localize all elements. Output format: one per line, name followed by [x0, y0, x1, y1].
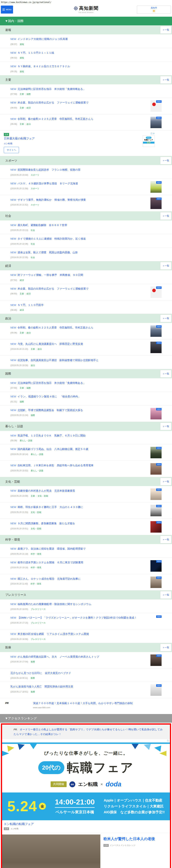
section-list-button[interactable]: ＞一覧 — [160, 26, 171, 34]
news-item-thumbnail[interactable]: NEW — [150, 325, 162, 337]
news-item-link[interactable]: NEW佐賀知事、自民議員発言は不適切 新幹線整備で韓国か北朝鮮相手と — [10, 359, 98, 362]
news-item-link[interactable]: NEW令和初、春の叙勲４２２５人受章 寺田逸郎氏、市村正親さんら — [10, 117, 93, 120]
banner-caption-link[interactable]: エン転職の転職フェア — [4, 823, 34, 826]
news-item-thumbnail[interactable]: NEW — [150, 615, 162, 627]
category-label[interactable]: 政治 — [37, 348, 42, 350]
category-label[interactable]: 主要 — [20, 332, 24, 334]
tenshoku-fair-banner-ad[interactable]: ぴったりな仕事さがしを、ご一緒に。 20代の 転職フェア 共同開催 en エン転… — [2, 743, 170, 820]
section-list-button[interactable]: ＞一覧 — [160, 644, 171, 651]
category-label[interactable]: 経済 — [20, 279, 24, 281]
category-label[interactable]: スポーツ — [31, 187, 39, 190]
category-label[interactable]: 主要 — [20, 387, 24, 389]
category-label[interactable]: 文化・芸能 — [31, 527, 41, 530]
ad-advertiser-link[interactable]: エン転職 — [4, 142, 146, 145]
news-item-link[interactable]: NEW気温予報、１２日先までＯＫ 気象庁、６月１９日に開始 — [10, 434, 86, 437]
section-list-button[interactable]: ＞一覧 — [160, 76, 171, 84]
category-label[interactable]: 国際 — [27, 387, 31, 389]
category-label[interactable]: 政治 — [31, 364, 35, 367]
news-item-thumbnail[interactable]: NEW — [150, 463, 162, 475]
news-item-link[interactable]: NEW国内最高齢ゴリラ死ぬ、仙台 八木山動物公園、推定５０歳 — [10, 447, 88, 451]
news-item-thumbnail[interactable]: NEW — [150, 521, 162, 533]
news-item-link[interactable]: NEW北朝鮮、平壌で国際商品展覧会 制裁下で貿易拡大探る — [10, 409, 83, 412]
category-label[interactable]: スポーツ — [31, 204, 39, 206]
section-list-button[interactable]: ＞一覧 — [160, 157, 171, 164]
news-item-link[interactable]: NEW東京都23区全域を網羅 リアルタイム浸水予測システム開発 — [10, 632, 89, 636]
category-label[interactable]: 文化・芸能 — [37, 495, 48, 497]
section-list-button[interactable]: ＞一覧 — [160, 478, 171, 485]
news-item-link[interactable]: NEW遺体は女医、殺人で捜査 死因は頭蓋内損傷、山形 — [10, 251, 78, 254]
category-label[interactable]: 暮らし・話題 — [31, 469, 44, 472]
news-item-link[interactable]: NEW堀江さん、ロケット成功を報告 北海道庁訪れ知事に — [10, 577, 81, 580]
category-label[interactable]: 医療 — [31, 677, 35, 679]
ad-choices-icons[interactable]: ⓘ ✕ — [151, 132, 154, 135]
news-item-link[interactable]: NEWイラン、低濃縮ウラン製造４倍に 「核合意の枠内」 — [10, 395, 81, 398]
news-item-link[interactable]: NEW与党、丸山氏けん責決議案提出へ 辞職否定に野党反発 — [10, 342, 83, 345]
ad-title-link[interactable]: 日本最大級の転職フェア — [4, 137, 146, 141]
news-item-link[interactable]: NEWがん免疫の研究拠点設置へ、京大 ノーベル賞受賞の本庶さんトップ — [10, 655, 99, 658]
category-label[interactable]: 国際 — [20, 401, 24, 403]
category-label[interactable]: 主要 — [20, 123, 24, 125]
news-item-link[interactable]: NEW９月に関西演劇祭、参加劇団募集 新たな才能を — [10, 522, 75, 525]
recommend-item[interactable]: 欧米人が驚愕した日本人の老後 広告インベストメントカレッジ — [2, 833, 170, 868]
section-list-button[interactable]: ＞一覧 — [160, 423, 171, 430]
news-item-thumbnail[interactable]: NEW — [150, 197, 162, 209]
category-label[interactable]: 国際 — [31, 414, 35, 416]
category-label[interactable]: プレスリリース — [31, 622, 46, 624]
category-label[interactable]: プレスリリース — [31, 638, 46, 641]
section-list-button[interactable]: ＞一覧 — [160, 212, 171, 220]
news-item-link[interactable]: NEW元法律顧問に証言拒否を指示 米大統領「免責特権ある」 — [10, 381, 86, 384]
news-item-thumbnail[interactable]: NEW — [150, 100, 162, 112]
menu-button[interactable]: MENU — [1, 5, 13, 13]
section-list-button[interactable]: ＞一覧 — [160, 262, 171, 270]
news-item-link[interactable]: NEW自転車活用、ＪＲ東日本を表彰 房総半島へ持ち込める専用電車 — [10, 464, 93, 467]
news-item-link[interactable]: NEW都市の浸水予測システムを開発 ６月に東京で試験運用 — [10, 561, 83, 564]
section-list-button[interactable]: ＞一覧 — [160, 370, 171, 378]
section-list-button[interactable]: ＞一覧 — [160, 591, 171, 599]
news-item-thumbnail[interactable]: NEW — [150, 117, 162, 128]
recommend-item-title[interactable]: 欧米人が驚愕した日本人の老後 — [104, 836, 155, 841]
news-item-link[interactable]: NEW屋久島町、避難勧告解除 全６６６７世帯 — [10, 224, 67, 226]
category-label[interactable]: 社会 — [31, 243, 35, 245]
news-item-thumbnail[interactable]: NEW — [150, 654, 162, 666]
category-label[interactable]: 速報 — [20, 43, 24, 45]
category-label[interactable]: 経済 — [27, 106, 31, 109]
news-item-link[interactable]: 厄介ながん見つける目印に 金沢大発見のペプチド — [10, 672, 71, 675]
category-label[interactable]: 政治 — [27, 332, 31, 334]
category-label[interactable]: 主要 — [20, 292, 24, 295]
news-item-link[interactable]: NEW将棋、羽生が最多タイ勝利に王手 大山の１４３３勝に — [10, 505, 83, 508]
category-label[interactable]: 政治 — [27, 123, 31, 125]
recommend-item-image[interactable] — [2, 835, 101, 868]
category-label[interactable]: 暮らし・話題 — [31, 453, 44, 456]
news-item-link[interactable]: NEW【DMM バヌーシー】「ラヴズオンリーユー」がオークスを勝利！クラブ創設3… — [10, 616, 137, 619]
news-item-link[interactable]: NEW福島復興のための廃棄物処理・除染技術に関するシンポジウム — [10, 602, 91, 606]
category-label[interactable]: 速報 — [20, 70, 24, 73]
news-item-thumbnail[interactable]: NEW — [150, 489, 162, 500]
news-item-link[interactable]: NEW元法律顧問に証言拒否を指示 米大統領「免責特権ある」 — [10, 88, 86, 90]
category-label[interactable]: 医療 — [31, 690, 35, 693]
news-item-thumbnail[interactable]: NEW — [150, 505, 162, 516]
news-item-link[interactable]: NEWＮＹ株終値、８４ドル安の２万５６７９ドル — [10, 65, 70, 68]
category-label[interactable]: 医療 — [31, 660, 35, 663]
ad-site-button[interactable]: サイトへ — [4, 147, 19, 153]
category-label[interactable]: 主要 — [31, 348, 35, 350]
category-label[interactable]: 文化・芸能 — [31, 511, 41, 514]
category-label[interactable]: 暮らし・話題 — [20, 439, 32, 442]
section-list-button[interactable]: ＞一覧 — [160, 536, 171, 544]
news-item-thumbnail[interactable]: NEW — [150, 286, 162, 298]
category-label[interactable]: 経済 — [20, 309, 24, 311]
news-item-thumbnail[interactable]: NEW — [150, 181, 162, 193]
category-label[interactable]: スポーツ — [31, 174, 39, 176]
news-item-thumbnail[interactable]: NEW — [150, 408, 162, 420]
news-item-link[interactable]: NEW米企業、部品の出荷停止広がる ファーウェイに禁輸措置で — [10, 287, 88, 290]
category-label[interactable]: 国際 — [27, 93, 31, 95]
news-item-thumbnail[interactable]: NEW — [150, 577, 162, 588]
news-item-link[interactable]: NEWバスケ、４９歳折茂が来季も現役 Ｂリーグ北海道 — [10, 182, 78, 185]
category-label[interactable]: 主要 — [20, 106, 24, 109]
news-item-link[interactable]: NEW米企業、部品の出荷停止広がる ファーウェイに禁輸措置で — [10, 101, 88, 104]
news-item-link[interactable]: NEWタイで摘発の１５人に逮捕状 特殊詐欺関与か、近く移送 — [10, 237, 86, 240]
category-label[interactable]: プレスリリース — [31, 608, 46, 610]
pr-ad-link[interactable]: 実績７０００件超！見本掲載１４００超！大手も利用。わかりやすい専門独自の体制 — [33, 702, 133, 705]
news-item-link[interactable]: NEW前国際陸連会長ら起訴請求 フランス検察、収賄の罪 — [10, 168, 81, 171]
category-label[interactable]: 経済 — [27, 292, 31, 295]
news-item-thumbnail[interactable]: NEW — [150, 684, 162, 696]
